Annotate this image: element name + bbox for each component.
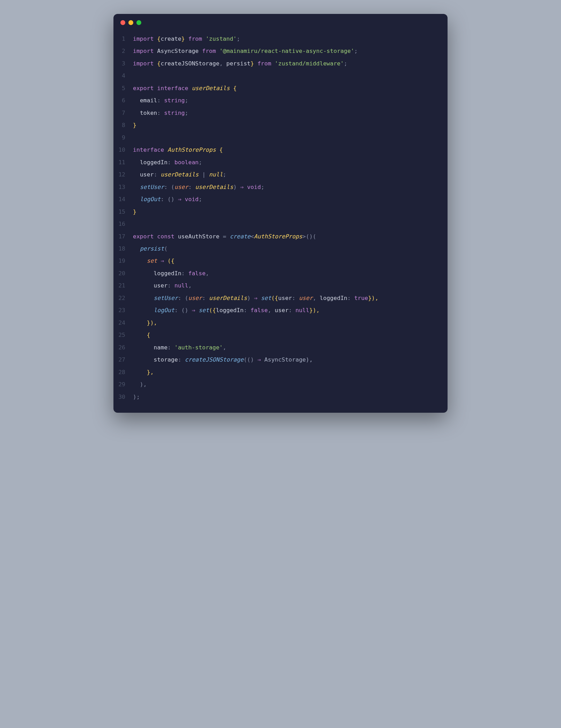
code-line: 19 set ⇒ ({ xyxy=(113,255,448,267)
code-token: : () xyxy=(174,307,192,314)
code-token: ( xyxy=(164,245,167,252)
code-token: < xyxy=(251,233,254,240)
code-token: (() xyxy=(244,356,258,363)
code-token: ); xyxy=(133,394,140,400)
code-token: '@mainamiru/react-native-async-storage' xyxy=(219,48,354,54)
line-content: export const useAuthStore = create<AuthS… xyxy=(133,230,316,243)
code-token: import xyxy=(133,35,157,42)
code-token: set xyxy=(147,258,157,264)
line-number: 4 xyxy=(113,70,133,82)
code-token: userDetails xyxy=(161,171,199,178)
line-content: export interface userDetails { xyxy=(133,82,237,94)
code-token: ⇒ xyxy=(192,307,195,314)
code-token: ⇒ xyxy=(254,295,258,301)
line-number: 8 xyxy=(113,119,133,131)
code-token: set xyxy=(261,295,271,301)
code-token: userDetails xyxy=(192,85,230,92)
code-line: 23 logOut: () ⇒ set({loggedIn: false, us… xyxy=(113,304,448,316)
line-number: 10 xyxy=(113,144,133,156)
code-token: name xyxy=(154,344,168,351)
code-line: 26 name: 'auth-storage', xyxy=(113,341,448,354)
code-line: 20 loggedIn: false, xyxy=(113,267,448,279)
code-token: , xyxy=(223,344,226,351)
code-line: 6 email: string; xyxy=(113,94,448,106)
code-token: userDetails xyxy=(209,295,247,301)
code-token: } xyxy=(251,60,254,67)
code-line: 4 xyxy=(113,70,448,82)
maximize-icon[interactable] xyxy=(136,20,141,25)
line-number: 5 xyxy=(113,82,133,94)
code-token: ; xyxy=(344,60,347,67)
line-number: 16 xyxy=(113,218,133,230)
code-token: AsyncStorage xyxy=(157,48,199,54)
code-token: user xyxy=(278,295,292,301)
code-token xyxy=(133,110,140,116)
code-token: persist xyxy=(140,245,164,252)
code-token: const xyxy=(157,233,178,240)
line-content: set ⇒ ({ xyxy=(133,255,174,267)
code-token xyxy=(133,344,154,351)
line-number: 13 xyxy=(113,181,133,193)
code-line: 3import {createJSONStorage, persist} fro… xyxy=(113,57,448,70)
code-token: user xyxy=(275,307,289,314)
code-line: 9 xyxy=(113,132,448,144)
code-token: setUser xyxy=(154,295,178,301)
line-number: 9 xyxy=(113,132,133,144)
code-token: ({ xyxy=(271,295,278,301)
code-line: 8} xyxy=(113,119,448,131)
code-token: user xyxy=(299,295,313,301)
code-token: from xyxy=(185,35,206,42)
line-number: 22 xyxy=(113,292,133,304)
line-content: setUser: (user: userDetails) ⇒ set({user… xyxy=(133,292,378,304)
code-token: createJSONStorage xyxy=(185,356,244,363)
code-token: | xyxy=(199,171,209,178)
line-number: 27 xyxy=(113,354,133,366)
line-content: token: string; xyxy=(133,107,188,119)
code-token: { xyxy=(157,35,161,42)
code-token: false xyxy=(188,270,206,277)
line-content: } xyxy=(133,119,136,131)
code-token: null xyxy=(209,171,223,178)
code-token: null xyxy=(174,282,188,289)
code-token xyxy=(244,184,247,190)
line-content: user: userDetails | null; xyxy=(133,168,226,181)
code-line: 17export const useAuthStore = create<Aut… xyxy=(113,230,448,243)
code-line: 21 user: null, xyxy=(113,279,448,292)
line-number: 28 xyxy=(113,366,133,378)
code-line: 22 setUser: (user: userDetails) ⇒ set({u… xyxy=(113,292,448,304)
line-number: 20 xyxy=(113,267,133,279)
line-content: }), xyxy=(133,317,157,329)
code-token: : xyxy=(178,356,185,363)
code-token: = xyxy=(219,233,230,240)
code-token: { xyxy=(133,332,150,338)
code-token: ) xyxy=(233,184,240,190)
code-token: create xyxy=(230,233,251,240)
line-content: user: null, xyxy=(133,279,192,292)
code-token xyxy=(157,258,161,264)
code-token: ⇒ xyxy=(178,196,181,203)
code-token: void xyxy=(185,196,199,203)
close-icon[interactable] xyxy=(120,20,125,25)
code-line: 2import AsyncStorage from '@mainamiru/re… xyxy=(113,45,448,57)
code-token: from xyxy=(199,48,220,54)
code-token: 'auth-storage' xyxy=(174,344,223,351)
minimize-icon[interactable] xyxy=(128,20,133,25)
code-token: email xyxy=(140,97,157,104)
line-number: 15 xyxy=(113,206,133,218)
code-token: ; xyxy=(185,110,188,116)
code-token: : () xyxy=(160,196,178,203)
line-number: 24 xyxy=(113,317,133,329)
code-token xyxy=(133,307,154,314)
code-line: 16 xyxy=(113,218,448,230)
code-token: : xyxy=(181,270,188,277)
code-token: : xyxy=(167,282,174,289)
code-token: : ( xyxy=(164,184,174,190)
line-content: ); xyxy=(133,391,140,403)
line-number: 23 xyxy=(113,304,133,316)
code-area[interactable]: 1import {create} from 'zustand';2import … xyxy=(113,28,448,413)
code-token: interface xyxy=(133,147,167,153)
code-token: 'zustand/middleware' xyxy=(275,60,344,67)
code-token: ), xyxy=(133,381,147,388)
code-token: ({ xyxy=(164,258,174,264)
code-token: loggedIn xyxy=(320,295,347,301)
